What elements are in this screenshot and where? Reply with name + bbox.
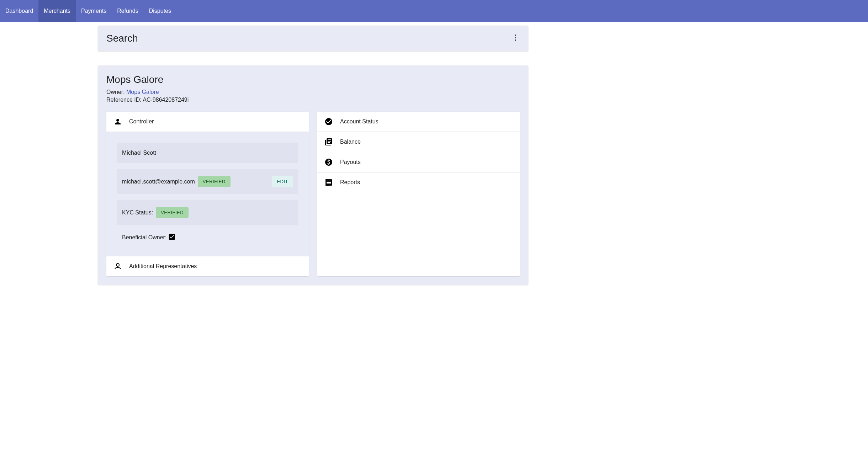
- payouts-label: Payouts: [340, 159, 361, 165]
- reference-line: Reference ID: AC-98642087249i: [106, 97, 520, 103]
- nav-dashboard[interactable]: Dashboard: [0, 0, 38, 22]
- kyc-field: KYC Status: VERIFIED: [117, 200, 298, 225]
- controller-email: michael.scott@example.com: [122, 179, 195, 185]
- controller-name-field: Michael Scott: [117, 143, 298, 163]
- reports-row[interactable]: Reports: [317, 172, 520, 192]
- library-books-icon: [324, 138, 333, 146]
- controller-email-field: michael.scott@example.com VERIFIED EDIT: [117, 169, 298, 194]
- person-icon: [113, 117, 122, 126]
- additional-reps-label: Additional Representatives: [129, 263, 197, 270]
- edit-email-button[interactable]: EDIT: [272, 176, 293, 187]
- nav-payments[interactable]: Payments: [76, 0, 112, 22]
- additional-reps-header[interactable]: Additional Representatives: [106, 256, 309, 276]
- merchant-detail-card: Mops Galore Owner: Mops Galore Reference…: [98, 65, 528, 285]
- controller-body: Michael Scott michael.scott@example.com …: [106, 132, 309, 256]
- account-status-row[interactable]: Account Status: [317, 112, 520, 132]
- receipt-icon: [324, 178, 333, 187]
- beneficial-owner-checkbox[interactable]: [168, 233, 176, 242]
- account-info-panel: Account Status Balance Payouts: [317, 112, 520, 276]
- svg-point-0: [515, 34, 516, 36]
- nav-refunds[interactable]: Refunds: [112, 0, 144, 22]
- search-card: Search: [98, 26, 528, 51]
- owner-link[interactable]: Mops Galore: [126, 89, 159, 95]
- svg-point-1: [515, 37, 516, 38]
- person-outline-icon: [113, 262, 122, 271]
- check-circle-icon: [324, 117, 333, 126]
- svg-point-2: [515, 39, 516, 41]
- dots-vertical-icon: [514, 34, 517, 43]
- merchant-name: Mops Galore: [106, 74, 520, 85]
- controller-panel: Controller Michael Scott michael.scott@e…: [106, 112, 309, 276]
- reference-id: AC-98642087249i: [143, 97, 189, 103]
- svg-point-3: [116, 264, 119, 266]
- email-verified-badge: VERIFIED: [198, 176, 231, 187]
- beneficial-owner-label: Beneficial Owner:: [122, 234, 166, 241]
- nav-disputes[interactable]: Disputes: [144, 0, 176, 22]
- beneficial-owner-row: Beneficial Owner:: [117, 231, 298, 246]
- payouts-row[interactable]: Payouts: [317, 152, 520, 172]
- controller-name: Michael Scott: [122, 150, 156, 156]
- nav-merchants[interactable]: Merchants: [38, 0, 76, 22]
- search-title: Search: [106, 33, 138, 44]
- kyc-label: KYC Status:: [122, 209, 153, 216]
- owner-line: Owner: Mops Galore: [106, 89, 520, 95]
- paid-icon: [324, 158, 333, 166]
- more-options-button[interactable]: [511, 34, 520, 43]
- balance-label: Balance: [340, 139, 361, 145]
- kyc-verified-badge: VERIFIED: [156, 207, 189, 218]
- account-status-label: Account Status: [340, 118, 379, 125]
- reference-label: Reference ID:: [106, 97, 142, 103]
- balance-row[interactable]: Balance: [317, 132, 520, 152]
- owner-label: Owner:: [106, 89, 125, 95]
- reports-label: Reports: [340, 179, 360, 186]
- top-nav: Dashboard Merchants Payments Refunds Dis…: [0, 0, 868, 22]
- controller-header[interactable]: Controller: [106, 112, 309, 132]
- controller-header-label: Controller: [129, 118, 154, 125]
